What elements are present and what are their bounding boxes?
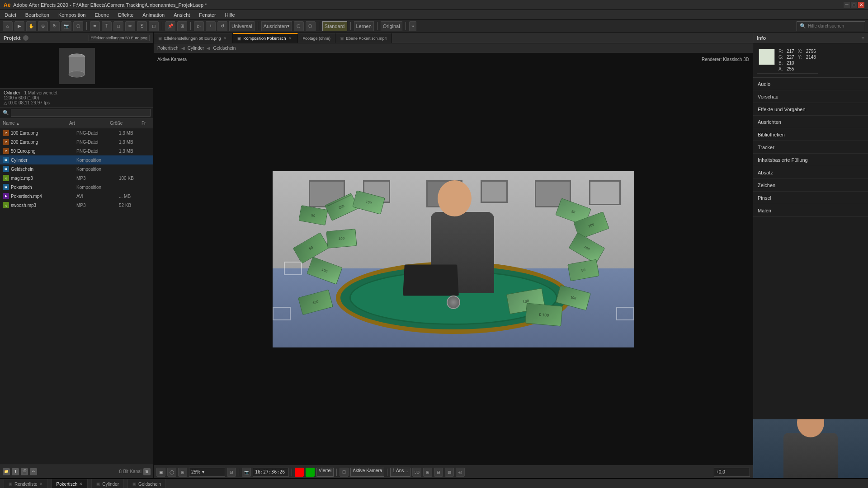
info-sub-panel-vorschau[interactable]: Vorschau <box>753 90 868 103</box>
tool-eraser[interactable]: ◻ <box>149 21 159 31</box>
viewer-zoom-display[interactable]: 25% ▾ <box>189 468 225 477</box>
project-item[interactable]: ▶ Pokertisch.mp4 AVI ... MB <box>0 192 153 201</box>
tool-brush[interactable]: ✏ <box>125 21 135 31</box>
tool-orbit[interactable]: ⬡ <box>73 21 83 31</box>
search-bar[interactable]: 🔍 <box>797 21 865 31</box>
new-folder-icon[interactable]: 📁 <box>3 468 10 475</box>
viewer-timecode[interactable]: 16:27:36:26 <box>253 468 289 477</box>
composition-viewer[interactable]: 200 50 100 50 100 100 <box>273 171 634 347</box>
help-search-input[interactable] <box>808 23 862 28</box>
viewer-grid2-btn[interactable]: ⊟ <box>434 468 443 477</box>
import-icon[interactable]: ⬆ <box>12 468 19 475</box>
tab-footage[interactable]: Footage (ohne) <box>298 33 335 43</box>
align-extra2[interactable]: ⬡ <box>306 21 316 31</box>
info-sub-panel-pinsel[interactable]: Pinsel <box>753 192 868 204</box>
menu-datei[interactable]: Datei <box>3 11 18 19</box>
project-item[interactable]: P 100 Euro.png PNG-Datei 1,3 MB <box>0 128 153 137</box>
minimize-button[interactable]: ─ <box>844 2 850 8</box>
close-button[interactable]: ✕ <box>858 2 864 8</box>
info-sub-panel-bibliotheken[interactable]: Bibliotheken <box>753 128 868 141</box>
expand-toolbar[interactable]: » <box>409 21 416 31</box>
align-extra[interactable]: ⬡ <box>294 21 304 31</box>
tab-pokertisch-comp[interactable]: ▣ Komposition Pokertisch ✕ <box>233 33 298 43</box>
tool-cycle[interactable]: ↺ <box>217 21 227 31</box>
tab-effekten[interactable]: ▣ Effektenstellungen 50 Euro.png ✕ <box>154 33 233 43</box>
menu-komposition[interactable]: Komposition <box>57 11 88 19</box>
viewer-color-btn[interactable] <box>295 468 304 477</box>
tool-move[interactable]: ✋ <box>26 21 36 31</box>
menu-effekte[interactable]: Effekte <box>116 11 135 19</box>
info-sub-panel-ausrichten[interactable]: Ausrichten <box>753 116 868 128</box>
col-size-header[interactable]: Größe <box>110 121 142 126</box>
menu-ebene[interactable]: Ebene <box>93 11 111 19</box>
info-panel-menu[interactable]: ≡ <box>862 35 864 41</box>
project-item[interactable]: P 200 Euro.png PNG-Datei 1,3 MB <box>0 137 153 146</box>
tool-shape[interactable]: □ <box>113 21 123 31</box>
original-button[interactable]: Original <box>381 21 402 31</box>
tool-text[interactable]: T <box>102 21 112 31</box>
info-sub-panel-zeichen[interactable]: Zeichen <box>753 179 868 192</box>
titlebar-controls[interactable]: ─ □ ✕ <box>844 2 864 8</box>
camera-mode-select[interactable]: Universal <box>229 21 255 31</box>
project-item[interactable]: ▣ Pokertisch Komposition <box>0 183 153 192</box>
bit-depth-label[interactable]: 8-Bit-Kanal <box>119 469 142 474</box>
viewer-mode-btn[interactable]: ⊞ <box>423 468 432 477</box>
info-sub-panel-audio[interactable]: Audio <box>753 78 868 90</box>
tool-add[interactable]: + <box>206 21 216 31</box>
project-item[interactable]: P 50 Euro.png PNG-Datei 1,3 MB <box>0 146 153 155</box>
tool-pen[interactable]: ✒ <box>90 21 100 31</box>
viewer-camera-btn[interactable]: 📷 <box>242 468 251 477</box>
viewer-snap-btn[interactable]: ▣ <box>156 468 165 477</box>
tool-select2[interactable]: ▷ <box>194 21 204 31</box>
viewer-view-select[interactable]: 1 Ans… <box>390 468 410 477</box>
viewer-3d-btn[interactable]: 3D <box>412 468 421 477</box>
project-item[interactable]: ♫ magic.mp3 MP3 100 KB <box>0 174 153 183</box>
tl-tab-geldschein[interactable]: ▣ Geldschein <box>127 479 166 488</box>
viewer-extra-btn[interactable]: ◎ <box>456 468 465 477</box>
menu-hilfe[interactable]: Hilfe <box>223 11 237 19</box>
menu-fenster[interactable]: Fenster <box>197 11 217 19</box>
tool-pin[interactable]: 📌 <box>165 21 175 31</box>
menu-animation[interactable]: Animation <box>141 11 166 19</box>
breadcrumb-geldschein[interactable]: Geldschein <box>213 46 236 51</box>
new-comp-icon[interactable]: 🎬 <box>21 468 28 475</box>
search-project-icon[interactable]: ✏ <box>30 468 37 475</box>
viewer-overlay-value[interactable]: +0,0 <box>714 468 750 477</box>
tool-zoom[interactable]: ⊕ <box>38 21 48 31</box>
align-button[interactable]: Ausrichten ▾ <box>261 21 292 31</box>
info-sub-panel-effekte-und-vorgaben[interactable]: Effekte und Vorgaben <box>753 103 868 116</box>
tool-stamp[interactable]: S <box>137 21 147 31</box>
project-item[interactable]: ▣ Geldschein Komposition <box>0 164 153 174</box>
menu-bearbeiten[interactable]: Bearbeiten <box>24 11 51 19</box>
info-sub-panel-inhaltsbasierte-füllung[interactable]: Inhaltsbasierte Füllung <box>753 154 868 166</box>
tl-tab-renderliste[interactable]: ▣ Renderliste ✕ <box>4 479 48 488</box>
tab-close-komposition[interactable]: ✕ <box>288 36 293 41</box>
col-type-header[interactable]: Art <box>69 121 110 126</box>
viewer-color-btn2[interactable] <box>306 468 315 477</box>
delete-icon[interactable]: 🗑 <box>143 468 151 475</box>
project-item[interactable]: ▣ Cylinder Komposition <box>0 155 153 164</box>
viewer-quality-select[interactable]: Viertel <box>316 468 334 477</box>
info-sub-panel-malen[interactable]: Malen <box>753 204 868 217</box>
view-standard-button[interactable]: Standard <box>322 21 347 31</box>
tool-camera[interactable]: 📷 <box>61 21 71 31</box>
viewer-trans-btn[interactable]: ▧ <box>445 468 454 477</box>
info-sub-panel-absatz[interactable]: Absatz <box>753 166 868 179</box>
viewer-alpha-btn[interactable]: ◯ <box>167 468 176 477</box>
tool-rotate[interactable]: ↻ <box>50 21 60 31</box>
project-item[interactable]: ♫ swoosh.mp3 MP3 52 KB <box>0 201 153 210</box>
tool-puppet[interactable]: ⊞ <box>177 21 187 31</box>
col-name-header[interactable]: Name ▲ <box>3 121 69 126</box>
breadcrumb-pokertisch[interactable]: Pokertisch <box>157 46 179 51</box>
effects-settings-tab[interactable]: Effektenstellungen 50 Euro.png <box>89 35 150 41</box>
tl-tab-cylinder[interactable]: ▣ Cylinder <box>91 479 124 488</box>
tab-ebene-mp4[interactable]: ▣ Ebene Pokertisch.mp4 <box>335 33 392 43</box>
tab-close-effekten[interactable]: ✕ <box>222 36 228 41</box>
tool-home[interactable]: ⌂ <box>3 21 13 31</box>
maximize-button[interactable]: □ <box>851 2 857 8</box>
learn-button[interactable]: Lernen <box>354 21 374 31</box>
viewer-camera-select[interactable]: Aktive Kamera <box>350 468 384 477</box>
project-search-input[interactable] <box>11 109 151 117</box>
tl-tab-pokertisch[interactable]: Pokertisch ✕ <box>52 479 88 488</box>
breadcrumb-cylinder[interactable]: Cylinder <box>188 46 204 51</box>
